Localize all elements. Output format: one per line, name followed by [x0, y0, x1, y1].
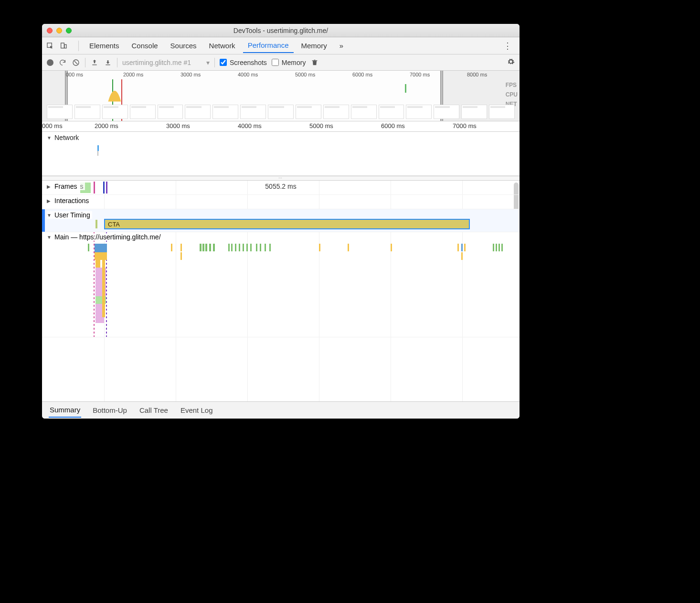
tab-elements[interactable]: Elements	[85, 39, 124, 53]
flame-tick[interactable]	[213, 244, 215, 251]
flame-tick[interactable]	[501, 244, 503, 251]
network-request-mark[interactable]	[97, 151, 98, 156]
separator	[214, 58, 215, 67]
device-icon[interactable]	[59, 42, 68, 50]
tab-call-tree[interactable]: Call Tree	[138, 403, 169, 417]
flame-tick[interactable]	[464, 244, 466, 251]
flame-tick[interactable]	[348, 244, 349, 251]
flame-tick[interactable]	[496, 244, 497, 251]
frames-track[interactable]: ▶ Frames s 5055.2 ms	[42, 181, 520, 195]
memory-label: Memory	[282, 59, 306, 66]
flame-task[interactable]	[95, 260, 100, 268]
flame-tick[interactable]	[200, 244, 202, 251]
upload-icon[interactable]	[90, 58, 99, 67]
flame-tick[interactable]	[265, 244, 266, 251]
tab-sources[interactable]: Sources	[166, 39, 202, 53]
flame-tick[interactable]	[202, 244, 204, 251]
devtools-window: DevTools - usertiming.glitch.me/ Element…	[42, 24, 520, 419]
tab-overflow[interactable]: »	[335, 39, 348, 53]
download-icon[interactable]	[104, 58, 112, 67]
tab-performance[interactable]: Performance	[243, 38, 294, 53]
trash-icon[interactable]	[310, 58, 319, 67]
flame-tick[interactable]	[461, 252, 463, 260]
flame-tick[interactable]	[457, 244, 459, 251]
ov-tick: 8000 ms	[467, 72, 487, 77]
reload-icon[interactable]	[58, 58, 67, 67]
triangle-down-icon: ▼	[47, 135, 53, 140]
ruler-tick: 7000 ms	[453, 122, 477, 129]
ov-tick: 3000 ms	[180, 72, 201, 77]
flame-tick[interactable]	[171, 244, 172, 251]
flame-tick[interactable]	[239, 244, 240, 251]
flame-tick[interactable]	[209, 244, 211, 251]
ruler-tick: 5000 ms	[309, 122, 333, 129]
flame-tick[interactable]	[250, 244, 252, 251]
flame-tick[interactable]	[180, 244, 182, 251]
tab-bottom-up[interactable]: Bottom-Up	[92, 403, 128, 417]
inspect-icon[interactable]	[46, 42, 54, 50]
frames-header[interactable]: ▶ Frames s	[47, 183, 85, 190]
flame-task[interactable]	[102, 260, 105, 317]
resize-handle[interactable]: ⋯	[42, 176, 520, 181]
user-timing-cta-bar[interactable]: CTA	[104, 219, 470, 229]
interactions-track[interactable]: ▶ Interactions	[42, 195, 520, 209]
main-track[interactable]: ▼ Main — https://usertiming.glitch.me/	[42, 232, 520, 337]
flame-tick[interactable]	[235, 244, 236, 251]
flame-tick[interactable]	[461, 244, 463, 251]
flame-tick[interactable]	[180, 252, 182, 260]
screenshots-checkbox[interactable]: Screenshots	[220, 59, 267, 66]
main-header[interactable]: ▼ Main — https://usertiming.glitch.me/	[47, 233, 163, 241]
flame-tick[interactable]	[493, 244, 494, 251]
screenshots-input[interactable]	[220, 59, 227, 66]
memory-checkbox[interactable]: Memory	[272, 59, 306, 66]
flame-tick[interactable]	[269, 244, 271, 251]
flame-tick[interactable]	[260, 244, 261, 251]
network-lane[interactable]: ▼ Network	[42, 132, 520, 176]
flame-tick[interactable]	[88, 244, 89, 251]
flame-tick[interactable]	[228, 244, 230, 251]
network-request-mark[interactable]	[97, 145, 99, 151]
titlebar[interactable]: DevTools - usertiming.glitch.me/	[42, 24, 520, 37]
cpu-label: CPU	[506, 90, 518, 99]
clear-icon[interactable]	[72, 58, 80, 67]
ov-tick: 5000 ms	[295, 72, 315, 77]
gear-icon[interactable]	[507, 58, 515, 67]
user-timing-track[interactable]: ▼ User Timing CTA	[42, 209, 520, 232]
cta-label: CTA	[108, 221, 120, 228]
tab-console[interactable]: Console	[127, 39, 163, 53]
details-tabs: Summary Bottom-Up Call Tree Event Log	[42, 401, 520, 419]
kebab-icon[interactable]: ⋮	[499, 41, 516, 51]
memory-input[interactable]	[272, 59, 279, 66]
ruler-tick: 6000 ms	[381, 122, 405, 129]
flame-task[interactable]	[95, 244, 107, 252]
ov-tick: 000 ms	[66, 72, 83, 77]
user-timing-mark[interactable]	[95, 220, 97, 228]
tab-event-log[interactable]: Event Log	[180, 403, 214, 417]
tab-memory[interactable]: Memory	[297, 39, 332, 53]
flame-tick[interactable]	[498, 244, 500, 251]
flame-tick[interactable]	[205, 244, 207, 251]
timeline-ruler[interactable]: 000 ms 2000 ms 3000 ms 4000 ms 5000 ms 6…	[42, 121, 520, 132]
screenshots-label: Screenshots	[230, 59, 267, 66]
overview-ticks: 000 ms 2000 ms 3000 ms 4000 ms 5000 ms 6…	[42, 71, 520, 79]
flame-task[interactable]	[95, 252, 107, 260]
overview-timeline[interactable]: 000 ms 2000 ms 3000 ms 4000 ms 5000 ms 6…	[42, 71, 520, 121]
flame-tick[interactable]	[243, 244, 244, 251]
ov-tick: 2000 ms	[123, 72, 143, 77]
tab-summary[interactable]: Summary	[49, 403, 81, 418]
flame-tick[interactable]	[319, 244, 320, 251]
tab-network[interactable]: Network	[204, 39, 240, 53]
triangle-right-icon: ▶	[47, 198, 53, 204]
flame-tick[interactable]	[256, 244, 257, 251]
profile-select[interactable]: usertiming.glitch.me #1 ▾	[122, 59, 210, 66]
flame-chart-area[interactable]: ▶ Frames s 5055.2 ms ▶ Interactions ▼ Us…	[42, 181, 520, 401]
flame-tick[interactable]	[231, 244, 233, 251]
record-icon[interactable]	[47, 59, 53, 66]
interactions-header[interactable]: ▶ Interactions	[47, 197, 91, 205]
user-timing-header[interactable]: ▼ User Timing	[47, 211, 92, 219]
flame-tick[interactable]	[246, 244, 248, 251]
interactions-label: Interactions	[54, 197, 89, 205]
flame-tick[interactable]	[391, 244, 392, 251]
network-lane-header[interactable]: ▼ Network	[42, 132, 520, 143]
overview-cpu-bump	[106, 88, 123, 102]
